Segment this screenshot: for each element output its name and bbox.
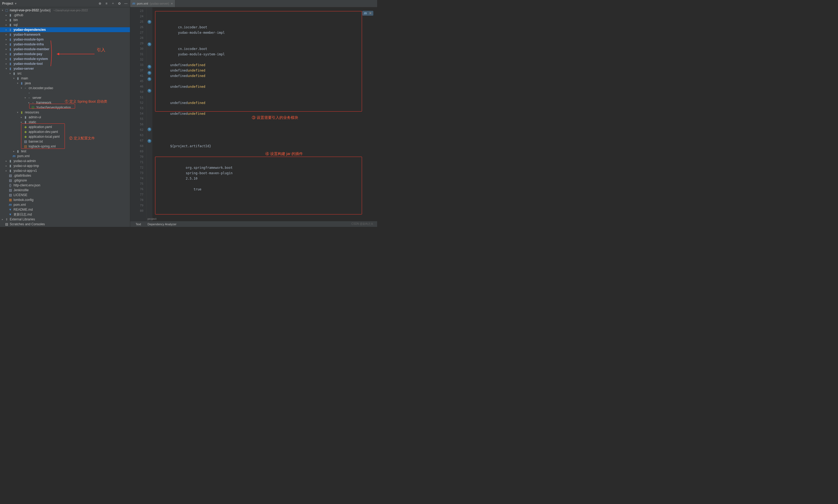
project-title[interactable]: Project (2, 2, 13, 5)
tree-item-yudao-module-bpm[interactable]: ▮yudao-module-bpm (0, 37, 130, 42)
code-view[interactable]: cn.iocoder.boot yudao-module-member-impl… (153, 7, 377, 221)
gutter-mark-icon[interactable]: ↻ (147, 127, 151, 131)
divide-icon[interactable]: ÷ (111, 2, 115, 5)
chevron-icon[interactable] (8, 72, 11, 75)
dropdown-icon[interactable]: ▾ (15, 2, 17, 5)
chevron-icon[interactable] (5, 29, 7, 31)
chevron-icon[interactable] (13, 77, 15, 80)
tree-item-logback-spring.xml[interactable]: ▤logback-spring.xml (0, 144, 130, 149)
tree-item-banner.txt[interactable]: ▤banner.txt (0, 139, 130, 144)
tree-item-yudao-module-member[interactable]: ▮yudao-module-member (0, 47, 130, 52)
tree-item-http-client.env.json[interactable]: {}http-client.env.json (0, 183, 130, 188)
minimize-icon[interactable]: — (124, 2, 128, 5)
chevron-icon[interactable] (5, 33, 7, 36)
gutter-mark-icon[interactable]: ↻ (147, 89, 151, 93)
gutter-mark-icon[interactable]: ↻ (147, 65, 151, 69)
tree-item-yudao-ui-app-v1[interactable]: ▮yudao-ui-app-v1 (0, 168, 130, 173)
tree-item-.github[interactable]: ▮.github (0, 13, 130, 18)
tree-item-更新日志.md[interactable]: ▼更新日志.md (0, 212, 130, 217)
chevron-icon[interactable] (5, 57, 7, 60)
tree-item-src[interactable]: ▮src (0, 71, 130, 76)
tree-item-application.yaml[interactable]: ◆application.yaml (0, 125, 130, 129)
tree-item-yudao-dependencies[interactable]: ▮yudao-dependencies (0, 27, 130, 32)
tree-item-application-dev.yaml[interactable]: ◆application-dev.yaml (0, 129, 130, 134)
chevron-icon[interactable] (5, 53, 7, 55)
settings-icon[interactable]: ✿ (118, 2, 121, 5)
tree-item-yudao-framework[interactable]: ▮yudao-framework (0, 32, 130, 37)
line-gutter: 2324252627282930313233374145465051525354… (130, 7, 146, 221)
tree-item-Jenkinsfile[interactable]: ▤Jenkinsfile (0, 188, 130, 193)
tree-item-yudao-module-infra[interactable]: ▮yudao-module-infra (0, 42, 130, 47)
tree-item-yudao-module-tool[interactable]: ▮yudao-module-tool (0, 61, 130, 66)
tree-item-main[interactable]: ▮main (0, 76, 130, 81)
editor-bottom-tabs: Text Dependency Analyzer (130, 221, 377, 227)
tree-item-yudao-ui-admin[interactable]: ▮yudao-ui-admin (0, 159, 130, 163)
gutter-mark-icon[interactable]: ↻ (147, 77, 151, 81)
tree-item-test[interactable]: ▮test (0, 149, 130, 154)
tree-item-framework[interactable]: ▫framework (0, 100, 130, 105)
tree-item-static[interactable]: ▮static (0, 120, 130, 125)
tree-item-java[interactable]: ▮java (0, 81, 130, 86)
chevron-icon[interactable] (5, 14, 7, 17)
chevron-icon[interactable] (16, 82, 19, 85)
gutter-mark-icon[interactable]: ↻ (147, 42, 151, 46)
chevron-icon[interactable] (5, 48, 7, 51)
gutter-mark-icon[interactable]: ↻ (147, 71, 151, 75)
tree-item-YudaoServerApplication[interactable]: YudaoServerApplication (0, 105, 130, 110)
tree-item-bin[interactable]: ▮bin (0, 18, 130, 22)
tree-item-pom.xml[interactable]: mpom.xml (0, 202, 130, 207)
tree-item-yudao-module-system[interactable]: ▮yudao-module-system (0, 56, 130, 61)
scratches[interactable]: ▤ Scratches and Consoles (0, 222, 130, 227)
chevron-icon[interactable] (24, 96, 26, 99)
tree-item-yudao-module-pay[interactable]: ▮yudao-module-pay (0, 52, 130, 56)
tree-item-empty[interactable]: ▫ (0, 90, 130, 95)
tree-item-application-local.yaml[interactable]: ◆application-local.yaml (0, 134, 130, 139)
tab-close-icon[interactable]: ✕ (171, 2, 173, 5)
tree-item-admin-ui[interactable]: ▮admin-ui (0, 115, 130, 120)
tree-item-yudao-server[interactable]: ▮yudao-server (0, 66, 130, 71)
chevron-icon[interactable] (5, 38, 7, 41)
tree-item-LICENSE[interactable]: ▤LICENSE (0, 193, 130, 197)
tree-item-lombok.config[interactable]: ▦lombok.config (0, 197, 130, 202)
editor-tabs: m pom.xml (yudao-server) ✕ (130, 0, 377, 7)
project-root[interactable]: ▢ ruoyi-vue-pro-2022 [yudao] ~/Java/ruoy… (0, 8, 130, 13)
chevron-icon[interactable] (5, 43, 7, 46)
tree-item-pom.xml[interactable]: mpom.xml (0, 154, 130, 159)
expand-icon[interactable]: ≡ (105, 2, 108, 5)
tree-item-README.md[interactable]: ▼README.md (0, 207, 130, 212)
tree-item-.gitattributes[interactable]: ▤.gitattributes (0, 173, 130, 178)
chevron-icon[interactable] (20, 116, 23, 119)
editor-area: m pom.xml (yudao-server) ✕ 2324252627282… (130, 0, 377, 227)
tree-item-cn.iocoder.yudao[interactable]: ▫cn.iocoder.yudao (0, 86, 130, 90)
chevron-icon[interactable] (5, 19, 7, 21)
tree-item-resources[interactable]: ▮resources (0, 110, 130, 115)
chevron-icon[interactable] (5, 23, 7, 26)
tree-item-yudao-ui-app-tmp[interactable]: ▮yudao-ui-app-tmp (0, 163, 130, 168)
chevron-icon[interactable] (20, 87, 23, 89)
breadcrumb[interactable]: project (147, 217, 156, 220)
gutter-mark-icon[interactable]: ↻ (147, 20, 151, 24)
chevron-icon[interactable] (5, 67, 7, 70)
external-libraries[interactable]: ⫴ External Libraries (0, 217, 130, 222)
close-icon[interactable]: ✕ (369, 11, 372, 15)
chevron-icon[interactable] (5, 62, 7, 65)
target-icon[interactable]: ⊕ (98, 2, 102, 5)
sidebar-header: Project ▾ ⊕ ≡ ÷ ✿ — (0, 0, 130, 7)
chevron-icon[interactable] (5, 169, 7, 172)
chevron-icon[interactable] (13, 150, 15, 152)
editor-tab-pom[interactable]: m pom.xml (yudao-server) ✕ (130, 0, 175, 7)
gutter-mark-icon[interactable]: ↻ (147, 139, 151, 143)
chevron-icon[interactable] (5, 164, 7, 167)
maven-reload-button[interactable]: m ✕ (362, 11, 373, 16)
tree-item-.gitignore[interactable]: ▤.gitignore (0, 178, 130, 183)
project-tree[interactable]: ▢ ruoyi-vue-pro-2022 [yudao] ~/Java/ruoy… (0, 7, 130, 227)
editor-body[interactable]: 2324252627282930313233374145465051525354… (130, 7, 377, 221)
tree-item-sql[interactable]: ▮sql (0, 22, 130, 27)
tab-text[interactable]: Text (136, 222, 141, 226)
chevron-icon[interactable] (16, 111, 19, 114)
chevron-icon[interactable] (5, 160, 7, 162)
tab-dep-analyzer[interactable]: Dependency Analyzer (147, 222, 176, 226)
chevron-icon[interactable] (20, 121, 23, 123)
tree-item-server[interactable]: ▫server (0, 95, 130, 100)
chevron-icon[interactable] (28, 101, 30, 104)
